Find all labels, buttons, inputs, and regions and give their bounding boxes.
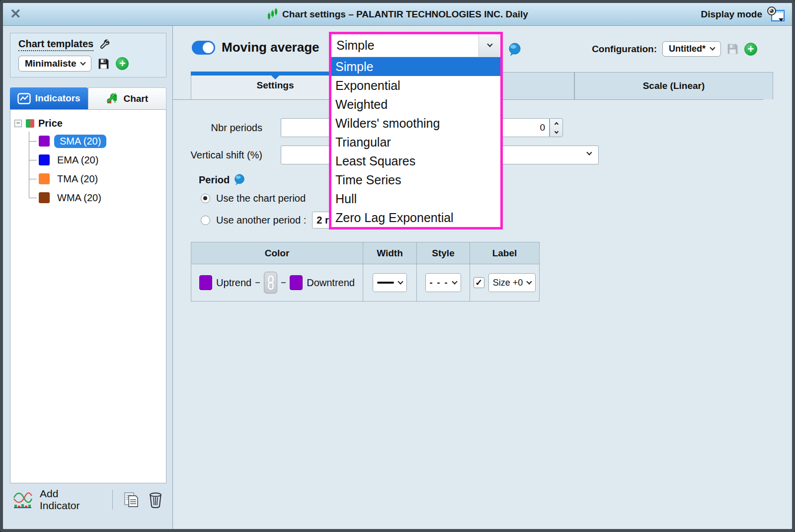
radio-unselected-icon[interactable]	[201, 216, 210, 225]
label-checkbox[interactable]: ✓	[474, 277, 484, 288]
ma-option-weighted[interactable]: Weighted	[331, 95, 500, 114]
indicator-tree: − Price SMA (20) EMA (20)	[10, 109, 166, 483]
wrench-icon[interactable]	[98, 39, 110, 51]
toggle-knob	[203, 42, 214, 53]
line-style-preview: - - -	[430, 278, 449, 288]
radio-chart-period-label: Use the chart period	[216, 193, 306, 204]
sma-color-swatch[interactable]	[39, 136, 50, 147]
ma-option-least-squares[interactable]: Least Squares	[331, 152, 500, 170]
link-colors-icon[interactable]	[264, 272, 277, 294]
tree-item-sma-label: SMA (20)	[54, 135, 106, 148]
add-indicator-button[interactable]: Add Indicator	[40, 488, 100, 512]
link-dash	[255, 282, 260, 283]
table-header-row: Color Width Style Label	[191, 242, 539, 264]
tree-children: SMA (20) EMA (20) TMA (20) WMA (20)	[29, 132, 162, 207]
tab-chart-label: Chart	[123, 93, 148, 104]
chart-templates-link[interactable]: Chart templates	[18, 38, 93, 51]
tree-item-ema[interactable]: EMA (20)	[29, 151, 162, 169]
add-indicator-icon[interactable]	[13, 491, 33, 509]
width-select[interactable]	[373, 273, 407, 292]
tree-item-tma[interactable]: TMA (20)	[29, 169, 162, 188]
save-template-icon[interactable]	[97, 58, 110, 70]
ma-option-triangular[interactable]: Triangular	[331, 133, 500, 152]
chevron-down-icon	[586, 150, 592, 155]
add-template-icon[interactable]: +	[116, 57, 129, 70]
downtrend-label: Downtrend	[307, 277, 355, 289]
ma-option-hull[interactable]: Hull	[331, 189, 500, 208]
moving-average-label: Moving average	[222, 40, 319, 55]
main-panel: Moving average Configuration: Untitled*	[173, 26, 792, 529]
ma-option-exponential[interactable]: Exponential	[331, 76, 500, 95]
style-cell: - - -	[417, 264, 470, 301]
label-cell: ✓ Size +0	[470, 264, 539, 301]
tab-settings-label: Settings	[257, 80, 294, 91]
line-style-table: Color Width Style Label Uptrend	[191, 242, 540, 302]
duplicate-icon[interactable]	[123, 491, 141, 509]
radio-chart-period[interactable]: Use the chart period	[201, 193, 306, 204]
ema-color-swatch[interactable]	[39, 154, 50, 165]
save-configuration-icon[interactable]	[726, 43, 739, 55]
help-bubble-icon[interactable]	[508, 43, 521, 57]
configuration-select-value: Untitled*	[669, 44, 706, 54]
line-width-preview	[377, 282, 394, 284]
wma-color-swatch[interactable]	[39, 192, 50, 203]
ma-option-time-series[interactable]: Time Series	[331, 170, 500, 189]
chart-templates-box: Chart templates Minimaliste	[10, 33, 166, 77]
tma-color-swatch[interactable]	[39, 173, 50, 184]
ma-option-wilders[interactable]: Wilders' smoothing	[331, 114, 500, 133]
ma-type-combobox[interactable]: Simple	[331, 34, 500, 57]
nbr-periods-stepper[interactable]	[550, 118, 563, 137]
link-dash	[281, 282, 286, 283]
tab-indicators[interactable]: Indicators	[10, 87, 88, 109]
add-configuration-icon[interactable]: +	[744, 43, 757, 56]
indicators-icon	[17, 93, 31, 104]
uptrend-label: Uptrend	[216, 277, 251, 289]
nbr-periods-label: Nbr periods	[173, 122, 262, 134]
chevron-down-icon	[527, 279, 532, 284]
stepper-down-icon[interactable]	[550, 128, 562, 137]
tab-scale-label: Scale (Linear)	[643, 80, 705, 91]
ma-type-options-list: Simple Exponential Weighted Wilders' smo…	[331, 57, 500, 227]
sidebar-bottom-bar: Add Indicator	[10, 485, 166, 514]
divider	[112, 490, 113, 510]
configuration-group: Configuration: Untitled* +	[592, 41, 757, 57]
tree-root-row[interactable]: − Price	[14, 115, 162, 132]
radio-selected-icon[interactable]	[201, 194, 210, 203]
tree-item-wma[interactable]: WMA (20)	[29, 188, 162, 207]
style-select[interactable]: - - -	[425, 273, 462, 292]
ma-option-simple[interactable]: Simple	[331, 57, 500, 76]
vertical-shift-label: Vertical shift (%)	[173, 150, 262, 161]
tree-item-ema-label: EMA (20)	[54, 153, 101, 167]
template-select[interactable]: Minimaliste	[18, 56, 91, 72]
price-swatch-icon	[26, 119, 34, 128]
tree-item-sma[interactable]: SMA (20)	[29, 132, 162, 151]
tab-scale[interactable]: Scale (Linear)	[574, 72, 773, 99]
table-row: Uptrend Downtrend	[191, 264, 539, 301]
period-help-bubble-icon[interactable]	[234, 174, 245, 186]
tree-item-wma-label: WMA (20)	[54, 191, 104, 205]
configuration-select[interactable]: Untitled*	[662, 41, 721, 57]
tree-item-tma-label: TMA (20)	[54, 172, 101, 186]
uptrend-color-swatch[interactable]	[199, 275, 212, 290]
ma-type-selected-value: Simple	[331, 34, 478, 57]
ma-option-zero-lag[interactable]: Zero Lag Exponential	[331, 208, 500, 227]
moving-average-toggle[interactable]	[192, 41, 215, 55]
display-mode-control[interactable]: Display mode	[701, 3, 785, 25]
chevron-down-icon	[487, 41, 492, 47]
header-width: Width	[363, 242, 417, 264]
trash-icon[interactable]	[148, 491, 163, 508]
chart-tab-icon	[106, 92, 119, 105]
downtrend-color-swatch[interactable]	[290, 275, 303, 290]
radio-another-period[interactable]: Use another period : 2 r	[201, 212, 334, 228]
ma-type-dropdown-button[interactable]	[478, 34, 500, 57]
display-mode-icon	[766, 6, 785, 22]
chevron-down-icon	[80, 60, 86, 65]
collapse-icon[interactable]: −	[14, 120, 22, 127]
window-inner: ✕ Chart settings – PALANTIR TECHNOLOGIES…	[3, 3, 792, 529]
configuration-label: Configuration:	[592, 44, 657, 55]
tab-chart[interactable]: Chart	[88, 87, 167, 109]
tree-root-label: Price	[38, 118, 63, 129]
label-size-select[interactable]: Size +0	[488, 273, 536, 292]
chevron-down-icon	[710, 45, 715, 50]
stepper-up-icon[interactable]	[550, 119, 562, 128]
